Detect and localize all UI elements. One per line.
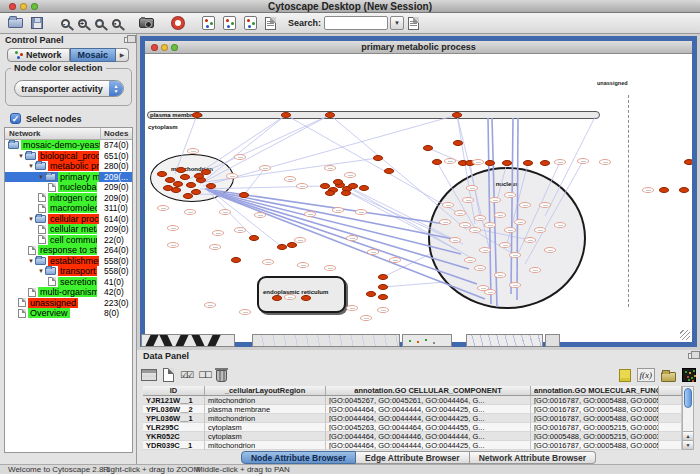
- network-node[interactable]: [287, 242, 297, 248]
- network-window-titlebar[interactable]: primary metabolic process: [145, 41, 692, 54]
- search-options-button[interactable]: ▼: [390, 16, 404, 30]
- network-node[interactable]: [452, 112, 462, 118]
- network-node[interactable]: [519, 202, 531, 208]
- network-edge[interactable]: [345, 190, 453, 240]
- network-node[interactable]: [489, 197, 501, 203]
- table-row[interactable]: YJR121W__1mitochondrion[GO:0045267, GO:0…: [143, 396, 682, 405]
- network-node[interactable]: [239, 192, 249, 198]
- expand-arrow-icon[interactable]: ▼: [38, 268, 44, 274]
- column-header[interactable]: ID: [143, 386, 205, 396]
- select-attributes-button[interactable]: [141, 369, 157, 381]
- import-attributes-button[interactable]: [661, 369, 676, 382]
- tree-row[interactable]: secretion41(0): [5, 277, 132, 288]
- network-node[interactable]: [659, 187, 669, 193]
- open-file-button[interactable]: [4, 14, 27, 33]
- table-row[interactable]: YKR052Ccytoplasm[GO:0044464, GO:0044446,…: [143, 432, 682, 441]
- network-node[interactable]: [262, 259, 274, 265]
- network-node[interactable]: [176, 167, 186, 173]
- network-node[interactable]: [444, 158, 456, 164]
- network-node[interactable]: [297, 262, 309, 268]
- network-node[interactable]: [509, 282, 521, 288]
- network-node[interactable]: [544, 247, 556, 253]
- network-node[interactable]: [346, 235, 358, 241]
- network-edge[interactable]: [517, 162, 560, 256]
- network-node[interactable]: [599, 159, 611, 165]
- network-edge[interactable]: [203, 115, 457, 186]
- tree-row[interactable]: ▼cellular process614(0): [5, 214, 132, 225]
- network-node[interactable]: [474, 265, 486, 271]
- network-edge[interactable]: [211, 192, 469, 269]
- network-node[interactable]: [453, 140, 463, 146]
- network-node[interactable]: [333, 179, 343, 185]
- network-edge[interactable]: [244, 168, 265, 195]
- network-node[interactable]: [209, 244, 221, 250]
- network-node[interactable]: [301, 295, 311, 301]
- network-node[interactable]: [462, 197, 474, 203]
- network-node[interactable]: [502, 160, 512, 166]
- network-node[interactable]: [523, 160, 533, 166]
- network-node[interactable]: [163, 185, 173, 191]
- network-node[interactable]: [259, 165, 271, 171]
- network-node[interactable]: [226, 173, 238, 179]
- expand-arrow-icon[interactable]: ▼: [38, 174, 44, 180]
- expand-arrow-icon[interactable]: ▼: [28, 216, 34, 222]
- tree-row[interactable]: ▼primary metabo209(...: [5, 172, 132, 183]
- network-node[interactable]: [367, 249, 379, 255]
- tree-row[interactable]: response to stimulu264(0): [5, 245, 132, 256]
- node-color-dropdown[interactable]: transporter activity ▲▼: [14, 80, 124, 97]
- search-config-button[interactable]: [404, 14, 423, 33]
- network-node[interactable]: [378, 294, 388, 300]
- background-window-sliver[interactable]: [141, 334, 235, 347]
- zoom-out-button[interactable]: -: [57, 14, 74, 33]
- network-node[interactable]: [167, 242, 179, 248]
- network-node[interactable]: [184, 209, 196, 215]
- tab-network[interactable]: Network: [7, 48, 70, 62]
- search-input[interactable]: [324, 16, 388, 30]
- network-node[interactable]: [464, 257, 476, 263]
- network-node[interactable]: [355, 209, 367, 215]
- network-node[interactable]: [212, 230, 224, 236]
- network-edge[interactable]: [200, 115, 286, 184]
- network-node[interactable]: [684, 159, 692, 165]
- network-node[interactable]: [332, 207, 344, 213]
- network-node[interactable]: [234, 154, 246, 160]
- select-nodes-checkbox[interactable]: ✓: [10, 113, 21, 124]
- network-node[interactable]: [642, 187, 654, 193]
- network-edge[interactable]: [351, 188, 463, 244]
- background-window-sliver[interactable]: [545, 334, 560, 347]
- network-node[interactable]: [167, 225, 179, 231]
- network-node[interactable]: [442, 202, 454, 208]
- tree-row[interactable]: ▼biological_process651(0): [5, 151, 132, 162]
- zoom-fit-button[interactable]: ▪: [108, 14, 125, 33]
- network-edge[interactable]: [545, 117, 595, 216]
- network-node[interactable]: [432, 159, 442, 165]
- network-node[interactable]: [474, 215, 486, 221]
- tree-row[interactable]: cell communicat22(0): [5, 235, 132, 246]
- network-node[interactable]: [277, 244, 287, 250]
- network-node[interactable]: [346, 305, 358, 311]
- network-node[interactable]: [366, 291, 376, 297]
- tree-row[interactable]: Overview8(0): [5, 308, 132, 319]
- plugin-button[interactable]: [240, 14, 261, 33]
- network-node[interactable]: [423, 145, 433, 151]
- network-node[interactable]: [459, 222, 471, 228]
- network-node[interactable]: [384, 168, 394, 174]
- network-node[interactable]: [204, 302, 216, 308]
- network-node[interactable]: [180, 174, 190, 180]
- tree-row[interactable]: cellular metabo209(0): [5, 224, 132, 235]
- annotation-button[interactable]: [261, 14, 280, 33]
- tree-row[interactable]: macromolecule311(0): [5, 203, 132, 214]
- network-node[interactable]: [509, 252, 521, 258]
- table-row[interactable]: YLR295Ccytoplasm[GO:0045263, GO:0044464,…: [143, 423, 682, 432]
- network-node[interactable]: [534, 227, 546, 233]
- background-window-sliver[interactable]: [402, 334, 452, 347]
- delete-attribute-button[interactable]: [216, 368, 227, 382]
- tree-header[interactable]: Network Nodes: [5, 128, 132, 140]
- network-node[interactable]: [344, 172, 356, 178]
- network-node[interactable]: [439, 219, 451, 225]
- layout-button[interactable]: [219, 14, 240, 33]
- network-node[interactable]: [449, 237, 461, 243]
- network-node[interactable]: [539, 202, 551, 208]
- network-node[interactable]: [554, 159, 566, 165]
- app-titlebar[interactable]: Cytoscape Desktop (New Session): [0, 0, 700, 13]
